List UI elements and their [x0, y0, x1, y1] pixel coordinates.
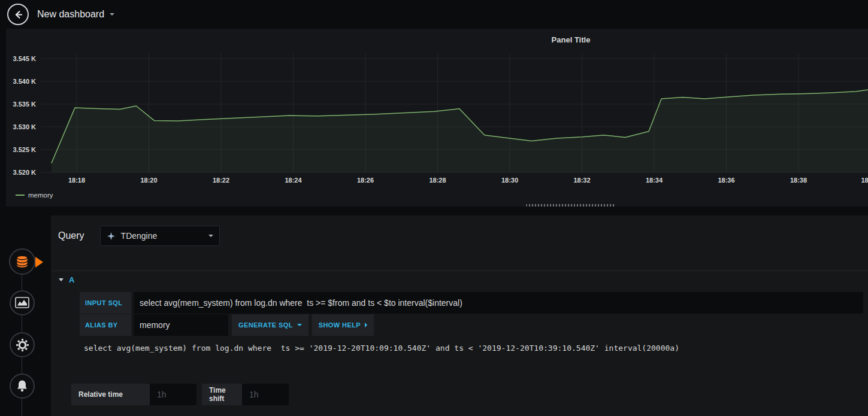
- svg-text:18:20: 18:20: [140, 177, 157, 184]
- graph-icon: [15, 296, 29, 309]
- show-help-button[interactable]: SHOW HELP: [312, 314, 374, 336]
- svg-text:3.530 K: 3.530 K: [13, 123, 36, 130]
- relative-time-input[interactable]: [150, 384, 196, 405]
- svg-text:18:38: 18:38: [790, 177, 807, 184]
- tab-queries[interactable]: [9, 248, 35, 275]
- database-icon: [14, 254, 30, 269]
- caret-down-icon: [59, 278, 63, 281]
- gear-icon: [15, 338, 30, 353]
- tab-visualization[interactable]: [10, 290, 35, 315]
- caret-down-icon: [208, 235, 213, 237]
- legend-label: memory: [28, 192, 53, 199]
- caret-down-icon: [297, 324, 302, 326]
- query-section-title: Query: [58, 230, 84, 241]
- time-series-chart[interactable]: 3.545 K3.540 K3.535 K3.530 K3.525 K3.520…: [6, 29, 868, 207]
- svg-text:18:30: 18:30: [501, 177, 518, 184]
- caret-right-icon: [365, 323, 367, 327]
- time-shift-input[interactable]: [242, 384, 289, 405]
- svg-text:18:32: 18:32: [573, 177, 590, 184]
- back-button[interactable]: [7, 4, 29, 25]
- horizontal-scrollbar[interactable]: [526, 204, 616, 207]
- input-sql-row: INPUT SQL: [80, 292, 863, 314]
- svg-text:3.545 K: 3.545 K: [13, 55, 36, 62]
- input-sql-label: INPUT SQL: [80, 292, 131, 314]
- svg-text:3.535 K: 3.535 K: [13, 101, 36, 108]
- alias-row: ALIAS BY GENERATE SQL SHOW HELP: [80, 314, 377, 336]
- graph-panel: Panel Title 3.545 K3.540 K3.535 K3.530 K…: [6, 29, 868, 207]
- svg-text:18:22: 18:22: [213, 177, 229, 184]
- query-header: Query TDengine: [58, 226, 220, 246]
- tdengine-datasource-icon: [107, 232, 116, 241]
- query-options-row: Relative time Time shift: [71, 384, 289, 405]
- generated-sql-text: select avg(mem_system) from log.dn where…: [84, 344, 679, 353]
- caret-down-icon: [110, 13, 114, 16]
- svg-text:18: 18: [861, 177, 868, 184]
- tab-alert[interactable]: [10, 374, 35, 399]
- relative-time-label: Relative time: [71, 384, 150, 405]
- query-collapse-toggle[interactable]: A: [51, 271, 868, 289]
- datasource-name: TDengine: [121, 231, 203, 241]
- generate-sql-button[interactable]: GENERATE SQL: [232, 314, 309, 336]
- svg-text:18:28: 18:28: [429, 177, 446, 184]
- dashboard-title[interactable]: New dashboard: [37, 9, 104, 20]
- bell-icon: [15, 379, 29, 393]
- legend-color-swatch: [16, 195, 25, 196]
- legend-item-memory[interactable]: memory: [16, 192, 53, 199]
- query-ref-id: A: [69, 275, 74, 284]
- svg-text:18:34: 18:34: [646, 177, 663, 184]
- svg-text:3.520 K: 3.520 K: [13, 169, 36, 176]
- top-bar: New dashboard: [0, 0, 868, 29]
- tab-general[interactable]: [10, 332, 35, 357]
- svg-text:18:18: 18:18: [68, 177, 85, 184]
- panel-title[interactable]: Panel Title: [526, 35, 616, 44]
- arrow-left-icon: [13, 10, 23, 20]
- alias-by-label: ALIAS BY: [80, 314, 131, 336]
- svg-text:3.525 K: 3.525 K: [13, 146, 36, 153]
- svg-text:18:36: 18:36: [718, 177, 734, 184]
- active-tab-arrow-icon: [35, 257, 43, 268]
- time-shift-label: Time shift: [202, 384, 242, 405]
- svg-text:3.540 K: 3.540 K: [13, 78, 36, 85]
- alias-field[interactable]: [134, 314, 228, 336]
- query-editor-panel: Query TDengine A INPUT SQL ALIAS BY GENE…: [51, 215, 868, 416]
- datasource-picker[interactable]: TDengine: [100, 226, 220, 246]
- svg-text:18:26: 18:26: [357, 177, 374, 184]
- svg-text:18:24: 18:24: [285, 177, 302, 184]
- input-sql-field[interactable]: [134, 292, 863, 314]
